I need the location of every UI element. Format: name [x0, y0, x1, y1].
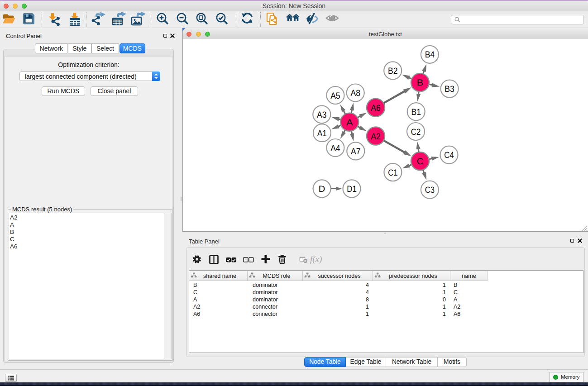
svg-text:A7: A7 [351, 147, 361, 157]
svg-text:C1: C1 [388, 168, 398, 178]
svg-text:A2: A2 [371, 132, 381, 142]
svg-text:A8: A8 [350, 88, 360, 98]
svg-text:D: D [318, 184, 325, 194]
svg-text:B1: B1 [411, 107, 421, 117]
svg-text:A3: A3 [317, 110, 327, 120]
svg-text:B2: B2 [387, 66, 397, 76]
svg-text:B: B [416, 78, 423, 88]
svg-text:B4: B4 [425, 50, 435, 60]
svg-text:A4: A4 [330, 143, 340, 153]
svg-text:A: A [346, 118, 353, 128]
svg-text:C4: C4 [444, 150, 454, 160]
svg-text:D1: D1 [347, 184, 357, 194]
svg-text:C3: C3 [425, 185, 435, 195]
svg-text:A5: A5 [330, 91, 340, 101]
svg-text:A1: A1 [317, 129, 327, 138]
svg-text:A6: A6 [371, 103, 381, 113]
svg-text:C2: C2 [411, 127, 421, 137]
svg-text:C: C [416, 157, 423, 167]
svg-text:B3: B3 [445, 84, 454, 94]
